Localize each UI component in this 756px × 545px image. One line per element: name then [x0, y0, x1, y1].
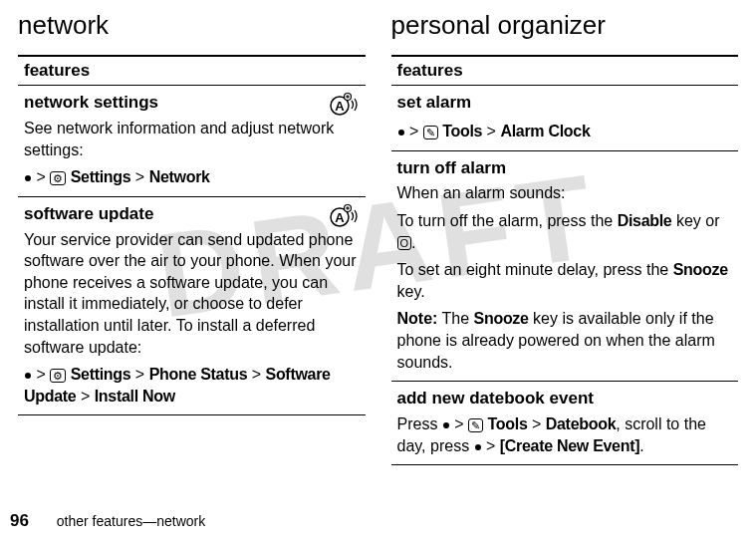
left-heading: network	[18, 10, 366, 41]
text: The	[437, 310, 473, 327]
path-seg: Settings	[71, 168, 131, 185]
path-seg: Network	[149, 168, 210, 185]
row-note: Note: The Snooze key is available only i…	[397, 308, 733, 373]
tools-badge-icon: ✎	[423, 126, 438, 139]
snooze-key-label: Snooze	[673, 261, 728, 278]
center-key-icon	[25, 175, 31, 181]
text: key or	[671, 212, 719, 229]
settings-badge-icon: ⚙	[50, 171, 66, 185]
path-seg: Datebook	[546, 415, 617, 432]
row-software-update: A software update Your service provider …	[18, 196, 366, 415]
text: To turn off the alarm, press the	[397, 212, 618, 229]
page-footer: 96 other features—network	[10, 511, 205, 531]
svg-text:A: A	[335, 99, 345, 114]
row-add-datebook: add new datebook event Press > ✎ Tools >…	[391, 382, 739, 465]
row-body: To turn off the alarm, press the Disable…	[397, 210, 733, 253]
settings-badge-icon: ⚙	[50, 369, 66, 383]
text: .	[639, 437, 643, 454]
center-key-icon	[25, 373, 31, 379]
path-seg: Tools	[488, 415, 528, 432]
text: .	[411, 234, 415, 251]
row-body: Your service provider can send updated p…	[24, 231, 357, 356]
center-key-icon	[443, 422, 449, 428]
antenna-a-icon: A	[328, 92, 360, 118]
row-turn-off-alarm: turn off alarm When an alarm sounds: To …	[391, 150, 739, 382]
row-path: > ⚙ Settings > Phone Status > Software U…	[24, 364, 360, 407]
path-seg: Phone Status	[149, 366, 248, 383]
center-key-icon	[398, 130, 404, 136]
center-key-icon	[475, 444, 481, 450]
path-seg: Install Now	[95, 388, 175, 405]
row-body: When an alarm sounds:	[397, 182, 733, 204]
right-table: features set alarm > ✎ Tools > Alarm Clo…	[391, 55, 739, 465]
path-seg: [Create New Event]	[500, 437, 639, 454]
path-seg: Tools	[442, 123, 482, 139]
text: To set an eight minute delay, press the	[397, 261, 673, 278]
right-table-header: features	[391, 56, 739, 86]
row-body: Press > ✎ Tools > Datebook, scroll to th…	[397, 413, 733, 456]
row-body: To set an eight minute delay, press the …	[397, 259, 733, 302]
row-body: See network information and adjust netwo…	[24, 120, 334, 158]
text: Press	[397, 415, 442, 432]
left-table-header: features	[18, 56, 366, 86]
row-path: > ⚙ Settings > Network	[24, 166, 360, 188]
tools-badge-icon: ✎	[468, 418, 483, 432]
footer-text: other features—network	[57, 513, 205, 529]
row-set-alarm: set alarm > ✎ Tools > Alarm Clock	[391, 86, 739, 151]
left-table: features A network settings See network …	[18, 55, 366, 415]
path-seg: Settings	[71, 366, 131, 383]
text: key.	[397, 283, 425, 300]
svg-text:A: A	[335, 210, 345, 225]
left-column: network features A network settings See …	[18, 10, 366, 465]
row-title: set alarm	[397, 92, 733, 115]
antenna-a-icon: A	[328, 203, 360, 229]
page-number: 96	[10, 511, 29, 530]
disable-key-label: Disable	[618, 212, 672, 229]
row-title: add new datebook event	[397, 388, 733, 410]
right-column: personal organizer features set alarm > …	[391, 10, 739, 465]
row-path: > ✎ Tools > Alarm Clock	[397, 121, 733, 142]
row-title: turn off alarm	[397, 157, 733, 180]
power-key-icon: O	[397, 236, 412, 250]
row-title: software update	[24, 203, 360, 226]
right-heading: personal organizer	[391, 10, 739, 41]
path-seg: Alarm Clock	[500, 123, 590, 139]
note-label: Note:	[397, 310, 438, 327]
snooze-key-label: Snooze	[474, 310, 529, 327]
page-columns: network features A network settings See …	[0, 0, 756, 465]
row-network-settings: A network settings See network informati…	[18, 86, 366, 197]
row-title: network settings	[24, 92, 360, 115]
